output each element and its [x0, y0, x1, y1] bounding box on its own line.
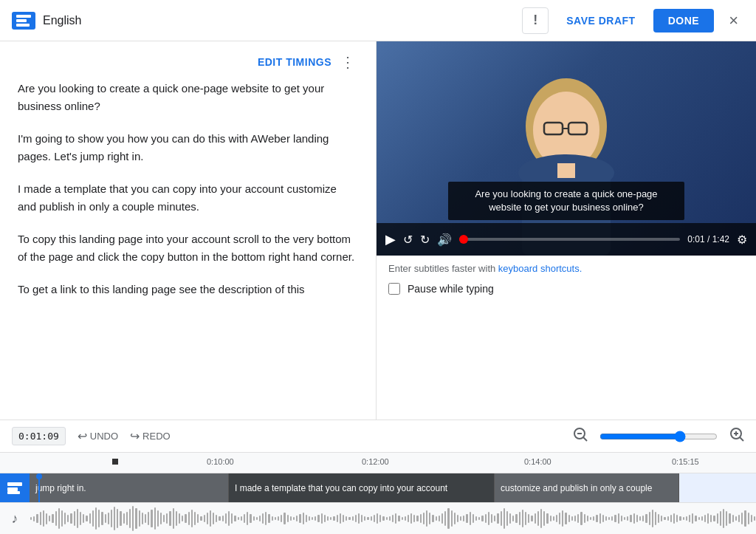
transcript-paragraph-4[interactable]: To copy this landing page into your acco…	[18, 230, 358, 266]
waveform-bar	[402, 517, 403, 520]
waveform-bar	[173, 508, 174, 529]
waveform-bar	[374, 515, 375, 522]
waveform-bar	[333, 516, 334, 521]
waveform-bar	[451, 510, 453, 527]
waveform-bar	[652, 510, 653, 527]
waveform-bar	[618, 513, 619, 524]
header-actions: ! SAVE DRAFT DONE ×	[522, 7, 744, 34]
keyboard-shortcuts-link[interactable]: keyboard shortcuts.	[498, 263, 582, 274]
waveform-bar	[367, 517, 368, 520]
waveform-bar	[382, 516, 384, 521]
ruler-playhead-dot	[112, 459, 118, 465]
waveform-bar	[432, 515, 433, 522]
waveform-bar	[293, 517, 295, 520]
waveform-bar	[154, 507, 156, 530]
waveform-bar	[627, 516, 628, 521]
waveform-bar	[429, 513, 430, 524]
waveform-bar	[207, 513, 208, 524]
svg-rect-2	[16, 24, 30, 27]
waveform-bar	[535, 513, 536, 524]
waveform-bar	[346, 516, 347, 521]
progress-bar[interactable]	[459, 238, 680, 241]
waveform-bar	[386, 517, 388, 520]
waveform-bar	[108, 513, 109, 524]
waveform-bar	[488, 512, 489, 525]
transcript-paragraph-2[interactable]: I'm going to show you how you can do thi…	[18, 130, 358, 165]
transcript-paragraph-5[interactable]: To get a link to this landing page see t…	[18, 281, 358, 298]
more-options-button[interactable]: ⋮	[337, 53, 358, 71]
pause-checkbox[interactable]	[388, 283, 400, 295]
waveform-bar	[707, 513, 709, 524]
pause-label[interactable]: Pause while typing	[408, 283, 494, 295]
waveform-bar	[191, 510, 193, 527]
waveform-bar	[408, 515, 409, 522]
waveform-bar	[101, 512, 103, 525]
ruler-mark-12: 0:12:00	[362, 457, 389, 466]
caption-segment-1[interactable]: jump right in.	[30, 473, 229, 502]
rewind-button[interactable]: ↺	[403, 233, 413, 247]
zoom-in-button[interactable]	[729, 427, 744, 445]
waveform-bar	[587, 516, 588, 521]
waveform-bar	[348, 517, 350, 520]
video-container: Are you looking to create a quick one-pa…	[377, 41, 756, 256]
waveform-bar	[123, 513, 125, 524]
waveform-bar	[664, 517, 665, 520]
zoom-slider[interactable]	[599, 431, 718, 442]
waveform-bar	[204, 515, 205, 522]
play-button[interactable]: ▶	[385, 231, 396, 247]
waveform-bar	[231, 513, 233, 524]
waveform-bar	[574, 516, 576, 521]
zoom-out-button[interactable]	[573, 427, 588, 445]
transcript-paragraph-1[interactable]: Are you looking to create a quick one-pa…	[18, 80, 358, 115]
video-panel: Are you looking to create a quick one-pa…	[377, 41, 756, 420]
waveform-bar	[259, 516, 261, 521]
feedback-button[interactable]: !	[522, 7, 549, 34]
waveform-bar	[185, 514, 186, 523]
edit-timings-button[interactable]: EDIT TIMINGS	[258, 56, 331, 68]
waveform-bar	[111, 510, 112, 527]
waveform-bar	[275, 517, 276, 520]
waveform-bar	[689, 515, 690, 522]
waveform-bar	[163, 515, 165, 522]
waveform-bar	[148, 512, 149, 525]
undo-icon: ↩	[78, 429, 87, 443]
waveform-bar	[723, 509, 724, 528]
waveform-bar	[330, 517, 331, 520]
transcript-panel: EDIT TIMINGS ⋮ Are you looking to create…	[0, 41, 377, 420]
undo-button[interactable]: ↩ UNDO	[78, 429, 118, 443]
volume-button[interactable]: 🔊	[437, 233, 452, 247]
waveform-bar	[33, 516, 35, 521]
caption-segment-3[interactable]: customize and publish in only a couple	[495, 473, 679, 502]
skip-button[interactable]: ↻	[420, 233, 430, 247]
waveform-bar	[389, 516, 391, 521]
done-button[interactable]: DONE	[653, 9, 714, 32]
waveform-bar	[701, 516, 703, 521]
waveform-bar	[67, 515, 69, 522]
waveform-bar	[371, 516, 372, 521]
waveform-bar	[129, 509, 131, 528]
waveform-bar	[568, 515, 570, 522]
waveform-bar	[584, 514, 585, 523]
waveform-bar	[673, 513, 675, 524]
waveform-bar	[667, 516, 669, 521]
settings-button[interactable]: ⚙	[737, 233, 747, 247]
waveform-bar	[504, 508, 505, 529]
waveform-bar	[726, 511, 727, 526]
waveform-bar	[321, 513, 323, 524]
waveform-bar	[621, 516, 622, 521]
close-button[interactable]: ×	[723, 8, 744, 33]
transcript-paragraph-3[interactable]: I made a template that you can copy into…	[18, 180, 358, 216]
waveform-bar	[457, 515, 458, 522]
waveform-bar	[754, 516, 755, 521]
zoom-in-icon	[729, 427, 744, 442]
caption-segment-2[interactable]: I made a template that you can copy into…	[229, 473, 495, 502]
waveform-bar	[166, 513, 168, 524]
waveform-bar	[30, 517, 32, 520]
waveform-bar	[309, 516, 310, 521]
waveform-bar	[160, 513, 162, 524]
waveform-bar	[670, 515, 672, 522]
save-draft-button[interactable]: SAVE DRAFT	[557, 9, 644, 32]
waveform-bar	[447, 508, 449, 529]
waveform-bar	[228, 511, 230, 526]
redo-button[interactable]: ↪ REDO	[130, 429, 171, 443]
